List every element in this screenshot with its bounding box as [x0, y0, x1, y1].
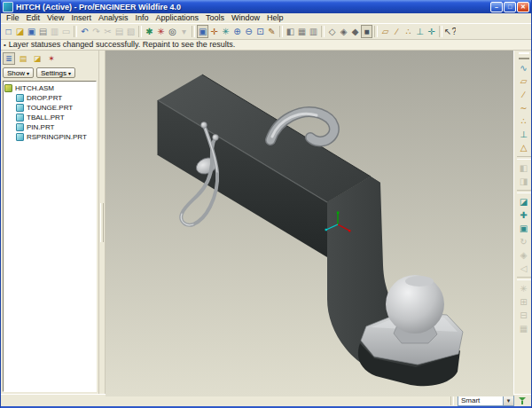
datum-csys-icon[interactable]: ⊥	[517, 128, 531, 141]
datum-axes-toggle-icon[interactable]: ∕	[391, 25, 403, 38]
select-filter-icon[interactable]: ▾	[178, 25, 190, 38]
undo-icon[interactable]: ↶	[79, 25, 90, 38]
use-interface-icon[interactable]: ◧	[517, 161, 531, 175]
tree-item-drop-prt[interactable]: DROP.PRT	[4, 93, 95, 103]
find-icon[interactable]: ◎	[167, 25, 178, 38]
tree-item-label: RSPRINGPIN.PRT	[27, 133, 87, 141]
tree-item-tounge-prt[interactable]: TOUNGE.PRT	[4, 103, 95, 113]
menu-tools[interactable]: Tools	[202, 13, 228, 23]
selection-filter-value: Smart	[458, 396, 503, 405]
splitter-grip	[100, 203, 104, 242]
repaint-icon[interactable]: ✎	[266, 25, 278, 38]
saved-views-icon[interactable]: ◧	[285, 25, 296, 38]
feature-toolbar-icons: ∿▱∕∼∴⊥△◧◨◪✚▣↻◈◁✳⊞⊟▦	[517, 61, 531, 335]
tree-item-pin-prt[interactable]: PIN.PRT	[4, 122, 95, 132]
menu-bar: FileEditViewInsertAnalysisInfoApplicatio…	[1, 13, 531, 23]
selection-filter-combo[interactable]: Smart ▼	[458, 396, 514, 406]
edit-definition-icon[interactable]: ▦	[517, 322, 531, 335]
tree-item-tball-prt[interactable]: TBALL.PRT	[4, 113, 95, 122]
datum-curve-icon[interactable]: ∼	[517, 101, 531, 114]
menu-edit[interactable]: Edit	[23, 13, 44, 23]
settings-button[interactable]: Settings ▾	[36, 67, 75, 78]
menu-applications[interactable]: Applications	[152, 13, 202, 23]
combo-dropdown-arrow[interactable]: ▼	[503, 396, 513, 405]
assemble-component-icon[interactable]: ◪	[517, 195, 531, 208]
maximize-button[interactable]: □	[504, 2, 516, 12]
funnel-stem	[521, 401, 523, 404]
menu-analysis[interactable]: Analysis	[95, 13, 132, 23]
print-preview-icon[interactable]: ▥	[49, 25, 60, 38]
no-hidden-display-icon[interactable]: ◆	[349, 25, 361, 38]
create-component-icon[interactable]: ✚	[517, 208, 531, 222]
mirror-component-icon[interactable]: ◁	[517, 262, 531, 275]
pattern-component-icon[interactable]: ⊞	[517, 295, 531, 309]
zoom-out-icon[interactable]: ⊖	[243, 25, 254, 38]
window-title: HITCH (Active) - Pro/ENGINEER Wildfire 4…	[16, 3, 488, 12]
send-mail-icon[interactable]: ▭	[60, 25, 72, 38]
menu-info[interactable]: Info	[131, 13, 152, 23]
tree-item-label: TOUNGE.PRT	[27, 104, 73, 112]
folder-browser-tab-icon[interactable]: ◪	[31, 52, 43, 65]
menu-view[interactable]: View	[43, 13, 67, 23]
repeat-component-icon[interactable]: ✳	[517, 282, 531, 295]
model-canvas[interactable]	[106, 51, 513, 396]
group-icon[interactable]: ⊟	[517, 309, 531, 322]
csys-toggle-icon[interactable]: ⊥	[414, 25, 426, 38]
separator	[321, 26, 325, 37]
hidden-line-display-icon[interactable]: ◈	[338, 25, 349, 38]
zoom-in-icon[interactable]: ⊕	[231, 25, 243, 38]
shaded-display-icon[interactable]: ■	[361, 25, 372, 38]
datum-points-toggle-icon[interactable]: ∴	[403, 25, 414, 38]
title-bar[interactable]: HITCH (Active) - Pro/ENGINEER Wildfire 4…	[1, 0, 531, 13]
separator	[192, 26, 195, 37]
graphics-viewport[interactable]	[106, 51, 513, 394]
print-icon[interactable]: ▤	[37, 25, 49, 38]
display-settings-icon[interactable]: ▣	[197, 25, 208, 38]
cut-icon[interactable]: ✂	[102, 25, 113, 38]
custom-regenerate-icon[interactable]: ✳	[155, 25, 167, 38]
new-file-icon[interactable]: □	[3, 25, 14, 38]
redo-icon[interactable]: ↷	[90, 25, 102, 38]
auto-placement-icon[interactable]: ◨	[517, 175, 531, 188]
menu-file[interactable]: File	[3, 13, 23, 23]
context-help-icon[interactable]: ↖?	[444, 25, 456, 38]
copy-icon[interactable]: ▤	[113, 25, 125, 38]
minimize-button[interactable]: –	[490, 2, 503, 12]
layer-manager-icon[interactable]: ▥	[308, 25, 319, 38]
sketched-curve-icon[interactable]: ∿	[517, 61, 531, 75]
filter-funnel-icon[interactable]	[518, 397, 527, 404]
close-button[interactable]: ✕	[517, 2, 529, 12]
view-manager-icon[interactable]: ▦	[296, 25, 308, 38]
spin-center-icon[interactable]: ✳	[220, 25, 231, 38]
model-tree-tab-icon[interactable]: ≣	[3, 52, 15, 65]
show-button[interactable]: Show ▾	[3, 67, 34, 78]
component-flexibility-icon[interactable]: ◈	[517, 248, 531, 262]
menu-help[interactable]: Help	[263, 13, 287, 23]
part-icon	[16, 94, 24, 102]
analysis-icon[interactable]: △	[517, 141, 531, 154]
panel-splitter[interactable]	[99, 51, 106, 394]
datum-point-icon[interactable]: ∴	[517, 114, 531, 128]
menu-window[interactable]: Window	[228, 13, 263, 23]
tree-item-label: PIN.PRT	[27, 123, 54, 131]
app-icon[interactable]	[3, 2, 13, 12]
save-icon[interactable]: ▣	[26, 25, 37, 38]
spin-center-toggle-icon[interactable]: ✛	[426, 25, 437, 38]
open-file-icon[interactable]: ◪	[14, 25, 26, 38]
favorites-tab-icon[interactable]: ✶	[45, 52, 58, 65]
datum-planes-toggle-icon[interactable]: ▱	[379, 25, 391, 38]
tree-item-rspringpin-prt[interactable]: RSPRINGPIN.PRT	[4, 132, 95, 142]
layer-tree-tab-icon[interactable]: ▤	[17, 52, 29, 65]
datum-plane-icon[interactable]: ▱	[517, 75, 531, 88]
toolbar-handle[interactable]	[519, 52, 529, 59]
regenerate-icon[interactable]: ✱	[144, 25, 155, 38]
orient-mode-icon[interactable]: ✛	[208, 25, 220, 38]
refit-icon[interactable]: ⊡	[254, 25, 266, 38]
paste-icon[interactable]: ▧	[125, 25, 137, 38]
wireframe-display-icon[interactable]: ◇	[326, 25, 338, 38]
datum-axis-icon[interactable]: ∕	[517, 88, 531, 101]
menu-insert[interactable]: Insert	[67, 13, 95, 23]
tree-item-hitch-asm[interactable]: HITCH.ASM	[4, 83, 95, 93]
package-component-icon[interactable]: ▣	[517, 222, 531, 235]
drag-component-icon[interactable]: ↻	[517, 235, 531, 248]
